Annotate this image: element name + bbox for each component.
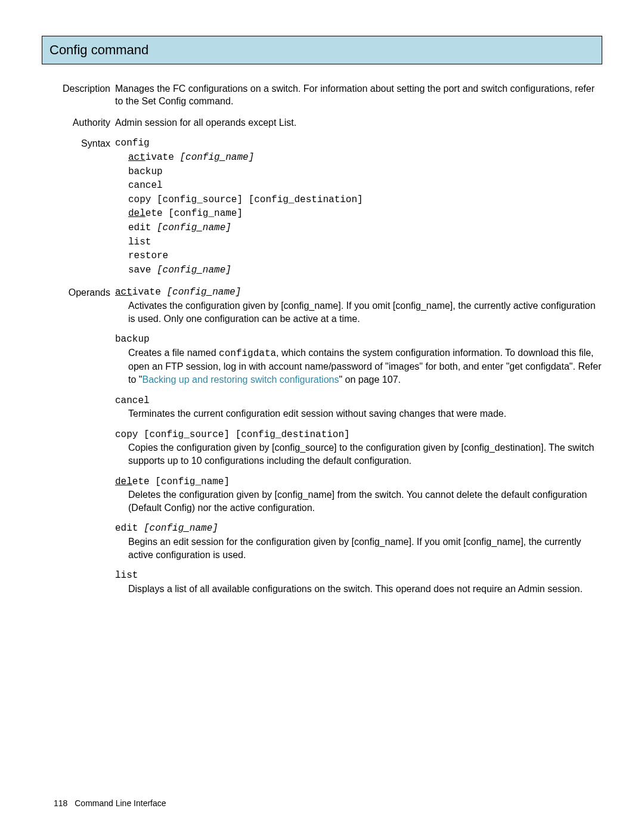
- operand-backup: backup Creates a file named configdata, …: [115, 333, 602, 386]
- description-row: Description Manages the FC configuration…: [42, 82, 602, 108]
- operand-edit: edit [config_name] Begins an edit sessio…: [115, 522, 602, 561]
- syntax-list: list: [115, 236, 602, 249]
- syntax-activate: activate [config_name]: [115, 151, 602, 165]
- syntax-label: Syntax: [42, 137, 115, 278]
- page-number: 118: [54, 798, 67, 808]
- footer-text: Command Line Interface: [75, 798, 166, 808]
- authority-label: Authority: [42, 116, 115, 129]
- operand-activate: activate [config_name] Activates the con…: [115, 286, 602, 325]
- syntax-save: save [config_name]: [115, 264, 602, 277]
- operand-list-desc: Displays a list of all available configu…: [115, 583, 602, 596]
- syntax-delete: delete [config_name]: [115, 208, 602, 221]
- operands-label: Operands: [42, 286, 115, 603]
- operand-copy-desc: Copies the configuration given by [confi…: [115, 441, 602, 467]
- backup-link[interactable]: Backing up and restoring switch configur…: [142, 374, 339, 385]
- operand-backup-desc: Creates a file named configdata, which c…: [115, 346, 602, 386]
- operand-list: list Displays a list of all available co…: [115, 569, 602, 595]
- syntax-copy: copy [config_source] [config_destination…: [115, 194, 602, 207]
- operand-copy-head: copy [config_source] [config_destination…: [115, 429, 602, 442]
- operand-cancel-desc: Terminates the current configuration edi…: [115, 407, 602, 420]
- operand-cancel-head: cancel: [115, 395, 602, 408]
- syntax-backup: backup: [115, 166, 602, 179]
- operand-cancel: cancel Terminates the current configurat…: [115, 395, 602, 420]
- syntax-restore: restore: [115, 250, 602, 263]
- operand-delete: delete [config_name] Deletes the configu…: [115, 476, 602, 515]
- syntax-edit: edit [config_name]: [115, 222, 602, 235]
- operand-activate-desc: Activates the configuration given by [co…: [115, 299, 602, 325]
- operand-activate-head: activate [config_name]: [115, 286, 602, 299]
- operand-edit-desc: Begins an edit session for the configura…: [115, 535, 602, 561]
- operand-delete-head: delete [config_name]: [115, 476, 602, 489]
- authority-text: Admin session for all operands except Li…: [115, 116, 602, 129]
- syntax-row: Syntax config activate [config_name] bac…: [42, 137, 602, 278]
- syntax-block: config activate [config_name] backup can…: [115, 137, 602, 278]
- syntax-cmd: config: [115, 137, 602, 150]
- authority-row: Authority Admin session for all operands…: [42, 116, 602, 129]
- operand-edit-head: edit [config_name]: [115, 522, 602, 535]
- operand-delete-desc: Deletes the configuration given by [conf…: [115, 488, 602, 514]
- description-text: Manages the FC configurations on a switc…: [115, 82, 602, 108]
- page-footer: 118 Command Line Interface: [54, 798, 166, 809]
- operand-list-head: list: [115, 569, 602, 583]
- syntax-cancel: cancel: [115, 179, 602, 193]
- operand-backup-head: backup: [115, 333, 602, 346]
- operands-row: Operands activate [config_name] Activate…: [42, 286, 602, 603]
- description-label: Description: [42, 82, 115, 108]
- operands-block: activate [config_name] Activates the con…: [115, 286, 602, 603]
- page-title: Config command: [42, 36, 602, 64]
- document-page: Config command Description Manages the F…: [0, 0, 644, 833]
- operand-copy: copy [config_source] [config_destination…: [115, 429, 602, 467]
